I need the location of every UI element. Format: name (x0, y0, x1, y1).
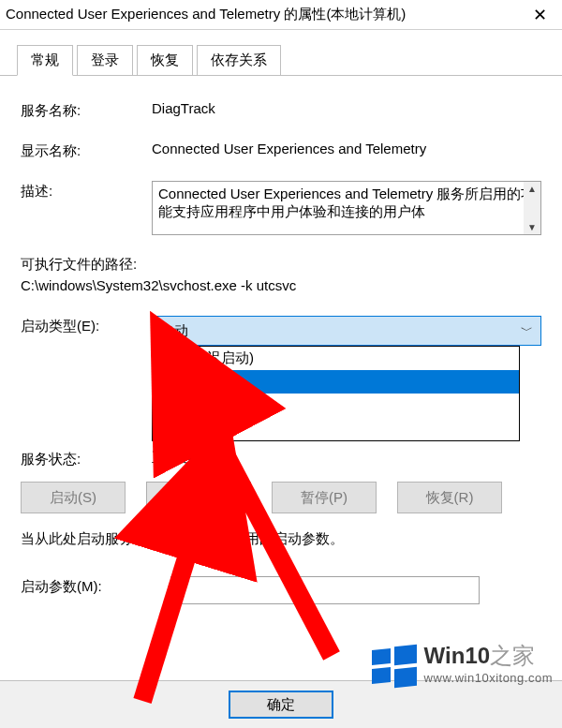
exe-path-label: 可执行文件的路径: (21, 256, 541, 274)
close-icon[interactable]: ✕ (527, 7, 553, 23)
startup-option-disabled[interactable]: 禁用 (153, 417, 519, 440)
watermark-url: www.win10xitong.com (424, 671, 553, 685)
tabs: 常规 登录 恢复 依存关系 (0, 30, 562, 76)
scroll-down-icon[interactable]: ▼ (524, 220, 540, 234)
description-text: Connected User Experiences and Telemetry… (158, 186, 535, 219)
watermark-main-b: 之家 (490, 643, 535, 668)
startup-type-label: 启动类型(E): (21, 316, 152, 335)
tab-general[interactable]: 常规 (17, 45, 73, 76)
service-name-label: 服务名称: (21, 100, 152, 120)
start-button: 启动(S) (21, 482, 126, 513)
startup-type-dropdown[interactable]: 自动(延迟启动) 自动 手动 禁用 (152, 346, 520, 441)
stop-button[interactable]: 停止(T) (146, 482, 251, 513)
window-title: Connected User Experiences and Telemetry… (6, 6, 406, 23)
titlebar: Connected User Experiences and Telemetry… (0, 0, 562, 30)
watermark-text: Win10之家 www.win10xitong.com (424, 641, 553, 685)
exe-path-value: C:\windows\System32\svchost.exe -k utcsv… (21, 277, 541, 293)
startup-option-auto[interactable]: 自动 (153, 370, 519, 394)
startup-option-delayed[interactable]: 自动(延迟启动) (153, 347, 519, 370)
service-control-buttons: 启动(S) 停止(T) 暂停(P) 恢复(R) (21, 482, 541, 513)
scroll-up-icon[interactable]: ▲ (524, 182, 540, 196)
tab-logon[interactable]: 登录 (77, 45, 133, 75)
service-status-value: 正在运行 (152, 449, 541, 467)
startup-type-select[interactable]: 自动 ﹀ (152, 316, 541, 346)
service-status-label: 服务状态: (21, 449, 152, 468)
start-param-label: 启动参数(M): (21, 576, 170, 596)
watermark-main-a: Win10 (424, 643, 490, 668)
tab-panel-general: 服务名称: DiagTrack 显示名称: Connected User Exp… (0, 76, 562, 604)
display-name-value: Connected User Experiences and Telemetry (152, 141, 541, 156)
display-name-label: 显示名称: (21, 141, 152, 160)
resume-button: 恢复(R) (397, 482, 502, 513)
description-textarea[interactable]: Connected User Experiences and Telemetry… (152, 181, 541, 235)
description-label: 描述: (21, 181, 152, 201)
service-name-value: DiagTrack (152, 100, 541, 116)
dialog-button-row: 确定 (0, 680, 562, 728)
tab-dependencies[interactable]: 依存关系 (197, 45, 281, 75)
pause-button: 暂停(P) (272, 482, 377, 513)
description-scrollbar[interactable]: ▲ ▼ (524, 182, 540, 234)
ok-button[interactable]: 确定 (229, 691, 333, 719)
watermark: Win10之家 www.win10xitong.com (372, 641, 553, 685)
start-param-input[interactable] (170, 576, 480, 604)
tab-recovery[interactable]: 恢复 (137, 45, 193, 75)
startup-type-selected: 自动 (160, 322, 188, 340)
start-param-hint: 当从此处启动服务时，你可指定所适用的启动参数。 (21, 530, 541, 548)
chevron-down-icon: ﹀ (521, 322, 533, 339)
win10-logo-icon (372, 644, 417, 685)
startup-option-manual[interactable]: 手动 (153, 394, 519, 417)
